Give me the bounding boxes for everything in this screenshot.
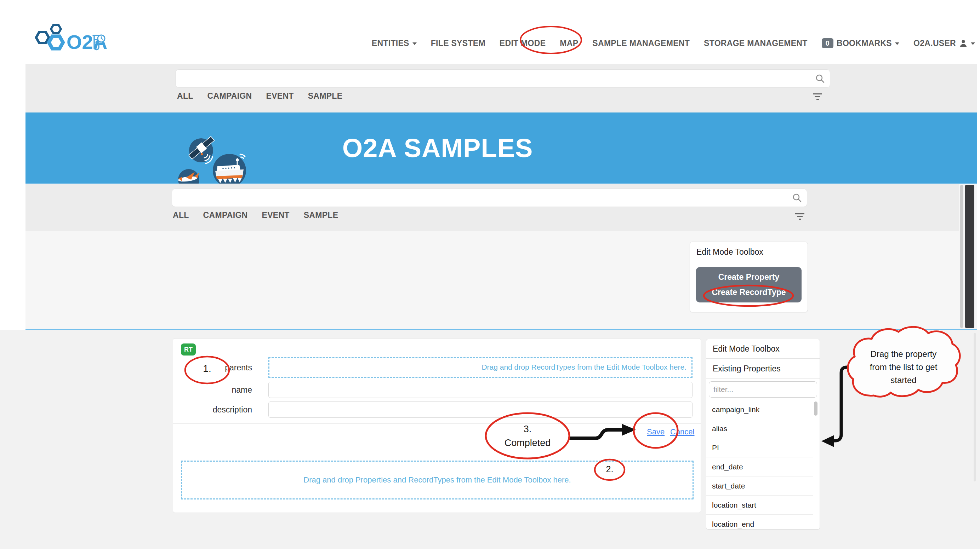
nav-item-bookmarks[interactable]: 0 BOOKMARKS (822, 38, 899, 48)
property-filter-input[interactable] (709, 381, 817, 398)
cancel-link[interactable]: Cancel (670, 427, 694, 436)
nav-item-map[interactable]: MAP (560, 38, 578, 48)
search-filter-tabs: ALL CAMPAIGN EVENT SAMPLE (177, 91, 342, 101)
record-type-badge: RT (181, 343, 196, 355)
search-icon[interactable] (792, 193, 802, 203)
bookmarks-label: BOOKMARKS (837, 38, 892, 48)
search-tab-campaign[interactable]: CAMPAIGN (203, 211, 248, 220)
user-label: O2A.USER (913, 38, 956, 48)
nav-item-entities[interactable]: ENTITIES (372, 38, 417, 48)
banner-illustration (170, 120, 269, 184)
property-item[interactable]: location_end (706, 515, 813, 530)
search-tab-campaign[interactable]: CAMPAIGN (207, 91, 252, 101)
property-item[interactable]: end_date (706, 457, 813, 476)
name-label: name (173, 384, 257, 395)
frame-scrollbar-light[interactable] (960, 185, 963, 328)
create-property-button[interactable]: Create Property (696, 272, 802, 282)
search-tab-event[interactable]: EVENT (262, 211, 290, 220)
body-dropzone[interactable]: Drag and drop Properties and RecordTypes… (181, 460, 694, 500)
inner-search-section: ALL CAMPAIGN EVENT SAMPLE (25, 184, 959, 231)
property-item[interactable]: PI (706, 438, 813, 457)
search-tab-sample[interactable]: SAMPLE (308, 91, 343, 101)
create-recordtype-button[interactable]: Create RecordType (696, 287, 802, 297)
chevron-down-icon (412, 43, 417, 45)
record-type-card: RT parents Drag and drop RecordTypes fro… (173, 338, 701, 513)
page-scrollbar-track[interactable] (974, 333, 976, 481)
nav-item-label: MAP (560, 38, 578, 48)
embedded-edit-frame: ALL CAMPAIGN EVENT SAMPLE Edit Mode Tool… (25, 184, 977, 330)
panel-title: Edit Mode Toolbox (706, 339, 819, 359)
chevron-down-icon (895, 43, 899, 45)
nav-item-edit-mode[interactable]: EDIT MODE (500, 38, 546, 48)
banner: O2A SAMPLES (25, 113, 977, 184)
filter-row (706, 379, 819, 400)
nav-item-label: ENTITIES (372, 38, 409, 48)
bookmarks-count-badge: 0 (822, 38, 834, 48)
user-menu[interactable]: O2A.USER (913, 38, 975, 48)
property-item[interactable]: alias (706, 419, 813, 438)
edit-workspace: RT parents Drag and drop RecordTypes fro… (0, 330, 980, 549)
search-tab-all[interactable]: ALL (173, 211, 189, 220)
property-item[interactable]: start_date (706, 476, 813, 496)
search-input[interactable] (176, 70, 830, 87)
outer-search-section: ALL CAMPAIGN EVENT SAMPLE (25, 63, 977, 113)
description-input[interactable] (268, 401, 692, 418)
filter-icon[interactable] (794, 213, 805, 221)
nav-item-file-system[interactable]: FILE SYSTEM (431, 38, 485, 48)
filter-icon[interactable] (812, 94, 823, 101)
description-label: description (173, 404, 257, 415)
nav-item-label: STORAGE MANAGEMENT (704, 38, 807, 48)
search-filter-tabs: ALL CAMPAIGN EVENT SAMPLE (173, 211, 338, 220)
main-nav: ENTITIES FILE SYSTEM EDIT MODE MAP SAMPL… (372, 34, 975, 52)
list-scrollbar-thumb[interactable] (814, 401, 818, 416)
properties-panel: Edit Mode Toolbox Existing Properties ca… (706, 339, 820, 530)
person-icon (959, 39, 967, 48)
toolbox-buttons: Create Property Create RecordType (696, 267, 802, 303)
search-tab-sample[interactable]: SAMPLE (304, 211, 339, 220)
search-box (175, 69, 830, 88)
nav-item-label: SAMPLE MANAGEMENT (592, 38, 690, 48)
chevron-down-icon (971, 43, 975, 45)
page-title: O2A SAMPLES (342, 133, 533, 163)
frame-scrollbar-dark[interactable] (965, 185, 974, 328)
property-item[interactable]: campaign_link (706, 400, 813, 419)
nav-item-sample-management[interactable]: SAMPLE MANAGEMENT (592, 38, 690, 48)
name-input[interactable] (268, 382, 692, 398)
search-icon[interactable] (815, 74, 825, 84)
parents-label: parents (173, 362, 257, 373)
edit-mode-toolbox-card: Edit Mode Toolbox Create Property Create… (690, 241, 808, 313)
existing-properties-title: Existing Properties (706, 359, 819, 379)
parents-dropzone[interactable]: Drag and drop RecordTypes from the Edit … (268, 357, 692, 378)
logo-flask-icon (89, 34, 106, 53)
save-link[interactable]: Save (647, 427, 665, 436)
search-tab-event[interactable]: EVENT (266, 91, 294, 101)
property-item[interactable]: location_start (706, 496, 813, 515)
app-header: O2A ENTITIES FILE SYSTEM EDIT MODE MAP S… (0, 0, 980, 63)
search-box (172, 189, 807, 207)
toolbox-title: Edit Mode Toolbox (690, 242, 808, 262)
search-input[interactable] (172, 189, 807, 206)
nav-item-label: EDIT MODE (500, 38, 546, 48)
search-tab-all[interactable]: ALL (177, 91, 193, 101)
nav-item-label: FILE SYSTEM (431, 38, 485, 48)
nav-item-storage-management[interactable]: STORAGE MANAGEMENT (704, 38, 807, 48)
form-divider (173, 424, 701, 424)
